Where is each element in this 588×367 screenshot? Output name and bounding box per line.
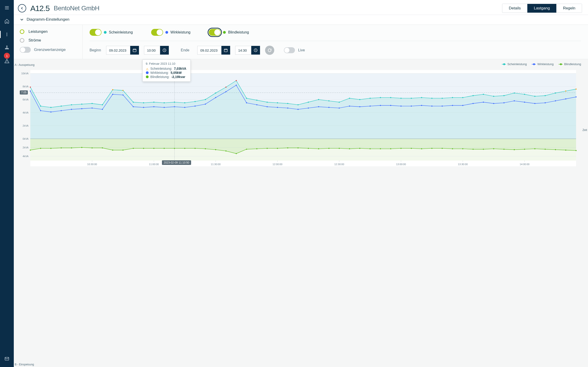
svg-point-132: [359, 106, 360, 107]
end-label: Ende: [181, 48, 192, 52]
legend-wirkleistung[interactable]: Wirkleistung: [532, 62, 553, 66]
page-subtitle: BentoNet GmbH: [54, 5, 99, 12]
calendar-icon[interactable]: [130, 46, 139, 55]
svg-point-77: [349, 98, 350, 99]
svg-point-141: [452, 105, 453, 106]
legend-blindleistung[interactable]: Blindleistung: [559, 62, 581, 66]
end-date-input[interactable]: 09.02.2023: [197, 46, 221, 55]
svg-text:10:30:00: 10:30:00: [87, 163, 97, 166]
sidebar: 1: [0, 0, 14, 367]
svg-text:8kVA: 8kVA: [23, 85, 29, 88]
menu-icon[interactable]: [2, 3, 11, 12]
legend-label: Scheinleistung: [507, 62, 527, 66]
svg-text:12:00:00: 12:00:00: [273, 163, 283, 166]
toggle-wirkleistung[interactable]: Wirkleistung: [151, 29, 190, 36]
axis-top-label: A - Ausspeisung: [15, 63, 35, 67]
svg-point-54: [112, 89, 113, 90]
toggle-scheinleistung[interactable]: Scheinleistung: [90, 29, 133, 36]
svg-text:2kVA: 2kVA: [23, 124, 29, 127]
svg-point-55: [122, 90, 124, 91]
svg-point-190: [400, 148, 401, 149]
refresh-button[interactable]: [265, 46, 274, 55]
svg-point-162: [112, 150, 113, 151]
legend-scheinleistung[interactable]: Scheinleistung: [502, 62, 527, 66]
svg-point-181: [308, 148, 309, 149]
svg-point-195: [452, 148, 453, 149]
live-toggle[interactable]: Live: [284, 47, 310, 53]
svg-point-176: [256, 148, 258, 149]
svg-point-159: [81, 147, 82, 148]
series-dot-icon: [104, 31, 107, 34]
svg-point-80: [380, 97, 381, 98]
warn-icon: [146, 67, 149, 70]
clock-icon[interactable]: [160, 46, 169, 55]
svg-point-93: [514, 92, 515, 94]
svg-point-179: [287, 148, 288, 149]
clock-icon[interactable]: [251, 46, 260, 55]
legend-label: Blindleistung: [564, 62, 581, 66]
calendar-icon[interactable]: [221, 46, 230, 55]
svg-point-127: [308, 108, 309, 109]
toggle-blindleistung[interactable]: Blindleistung: [209, 29, 249, 36]
svg-point-111: [143, 107, 144, 108]
svg-point-133: [370, 106, 371, 107]
svg-point-68: [256, 100, 258, 101]
svg-text:11:30:00: 11:30:00: [211, 163, 221, 166]
svg-point-63: [205, 99, 206, 100]
svg-point-96: [545, 95, 546, 96]
svg-point-97: [555, 92, 556, 94]
tab-lastgang[interactable]: Lastgang: [527, 4, 556, 13]
back-button[interactable]: [18, 4, 26, 12]
main: A12.5 BentoNet GmbH Details Lastgang Reg…: [14, 0, 588, 367]
series-dot-icon: [165, 31, 168, 34]
page-title: A12.5: [30, 4, 50, 13]
chart-canvas[interactable]: 7.05 9. Februar 2023 11:10 Scheinleistun…: [30, 70, 576, 166]
radio-stroeme[interactable]: Ströme: [20, 38, 78, 43]
svg-point-59: [164, 102, 165, 103]
begin-date-group: 09.02.2023: [106, 46, 139, 55]
svg-point-115: [184, 107, 185, 108]
tab-details[interactable]: Details: [502, 4, 527, 13]
svg-point-125: [287, 108, 288, 109]
radio-leistungen[interactable]: Leistungen: [20, 29, 78, 34]
svg-point-202: [524, 149, 525, 150]
svg-point-75: [329, 100, 330, 101]
svg-point-134: [380, 105, 381, 106]
svg-point-155: [40, 148, 41, 149]
svg-text:13:30:00: 13:30:00: [458, 163, 468, 166]
svg-point-166: [153, 148, 155, 149]
svg-point-172: [215, 149, 216, 150]
svg-rect-5: [133, 49, 136, 52]
svg-point-204: [545, 149, 546, 150]
settings-right: Scheinleistung Wirkleistung Blindleistun…: [83, 25, 588, 59]
svg-point-50: [71, 104, 72, 105]
svg-point-46: [30, 86, 31, 88]
svg-point-203: [534, 148, 536, 149]
svg-point-65: [225, 86, 226, 88]
svg-point-183: [329, 148, 330, 149]
mail-icon[interactable]: [2, 354, 11, 363]
axis-right-label: Zeit: [582, 128, 587, 132]
time-range: Beginn 09.02.2023 10:00 Ende 09.02.2023: [90, 41, 581, 55]
svg-point-151: [555, 100, 556, 101]
nav-meter-icon[interactable]: [2, 30, 11, 39]
legend-label: Wirkleistung: [537, 62, 553, 66]
svg-point-124: [277, 107, 278, 108]
begin-date-input[interactable]: 09.02.2023: [106, 46, 130, 55]
page-header: A12.5 BentoNet GmbH Details Lastgang Reg…: [14, 0, 588, 15]
svg-point-109: [122, 94, 124, 96]
hover-timestamp: 2023-02-09 11:10:50: [162, 160, 191, 165]
alert-badge[interactable]: 1: [4, 53, 10, 59]
svg-point-100: [30, 91, 31, 92]
series-dot-icon: [223, 31, 226, 34]
svg-point-73: [308, 102, 309, 103]
begin-time-input[interactable]: 10:00: [144, 46, 160, 55]
tooltip-label: Blindleistung:: [150, 75, 170, 79]
nav-network-icon[interactable]: [2, 43, 11, 52]
settings-expander[interactable]: Diagramm-Einstellungen: [14, 15, 588, 25]
switch-grenzwert[interactable]: Grenzwertanzeige: [20, 47, 78, 53]
end-time-input[interactable]: 14:30: [235, 46, 251, 55]
home-icon[interactable]: [2, 17, 11, 26]
svg-point-165: [143, 148, 144, 149]
tab-regeln[interactable]: Regeln: [556, 4, 582, 13]
